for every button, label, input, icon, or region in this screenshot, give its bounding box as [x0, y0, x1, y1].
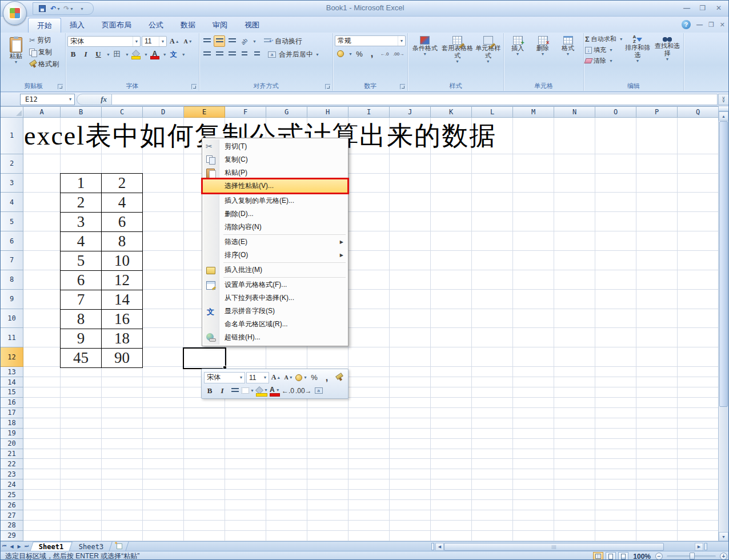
row-header[interactable]: 26 — [1, 500, 23, 510]
row-header[interactable]: 23 — [1, 469, 23, 479]
sheet-row[interactable] — [23, 521, 719, 531]
ribbon-tab[interactable]: 数据 — [172, 18, 204, 33]
cell-column-c[interactable]: 10 — [102, 251, 143, 271]
sheet-row[interactable] — [23, 479, 719, 490]
sheet-row[interactable] — [23, 398, 719, 408]
mini-font-color-button[interactable]: ▼ — [269, 385, 281, 397]
scroll-up-button[interactable]: ▲ — [719, 111, 728, 121]
row-header[interactable]: 11 — [1, 328, 23, 347]
context-menu-item[interactable]: 排序(O) — [203, 249, 347, 262]
column-header[interactable]: B — [61, 106, 102, 118]
mini-format-painter-button[interactable] — [334, 372, 345, 383]
horizontal-scroll-track[interactable] — [664, 543, 695, 551]
normal-view-button[interactable] — [593, 552, 603, 560]
row-header[interactable]: 6 — [1, 231, 23, 251]
previous-sheet-button[interactable]: ◀ — [8, 542, 15, 551]
ribbon-tab[interactable]: 插入 — [61, 18, 93, 33]
sheet-row[interactable] — [23, 429, 719, 439]
comma-style-button[interactable] — [366, 48, 378, 59]
workbook-close-button[interactable]: ✕ — [720, 21, 725, 29]
row-header[interactable]: 8 — [1, 270, 23, 290]
underline-button[interactable] — [93, 49, 104, 60]
italic-button[interactable] — [80, 49, 91, 60]
column-header[interactable]: M — [513, 106, 554, 118]
delete-cells-button[interactable]: × 删除▼ — [530, 34, 555, 82]
grow-font-button[interactable]: A▲ — [168, 35, 181, 47]
row-header[interactable]: 15 — [1, 387, 23, 398]
vertical-scrollbar[interactable]: ▲ ▼ — [718, 106, 728, 541]
mini-shrink-font-button[interactable]: A▼ — [283, 372, 294, 383]
context-menu-item[interactable]: 粘贴(P) — [203, 166, 347, 179]
horizontal-scrollbar[interactable]: ◀ ▶ — [430, 542, 709, 551]
row-header[interactable]: 27 — [1, 510, 23, 521]
font-name-select[interactable]: 宋体 — [67, 36, 141, 47]
office-button[interactable] — [3, 1, 27, 25]
scroll-right-button[interactable]: ▶ — [695, 543, 703, 551]
row-header[interactable]: 24 — [1, 479, 23, 490]
sheet-tab[interactable]: Sheet1 — [30, 542, 73, 551]
format-cells-button[interactable]: 格式▼ — [555, 34, 580, 82]
borders-button[interactable] — [111, 49, 123, 60]
merge-center-button[interactable] — [266, 49, 278, 60]
tab-split-handle[interactable] — [431, 543, 434, 550]
align-middle-button[interactable] — [214, 35, 225, 47]
row-header[interactable]: 9 — [1, 290, 23, 309]
column-header[interactable]: G — [266, 106, 307, 118]
formula-bar-expand-icon[interactable]: ∨∨ — [718, 94, 729, 105]
vertical-scroll-track[interactable] — [719, 407, 728, 532]
mini-percent-button[interactable] — [309, 372, 320, 383]
formula-input[interactable] — [112, 94, 718, 105]
dialog-launcher-icon[interactable] — [325, 84, 330, 89]
mini-merge-center-button[interactable] — [313, 385, 325, 397]
find-select-button[interactable]: 查找和选择▼ — [654, 35, 681, 63]
context-menu-item[interactable]: 剪切(T) — [203, 140, 347, 153]
align-bottom-button[interactable] — [226, 35, 238, 47]
mini-grow-font-button[interactable]: A▲ — [270, 372, 282, 383]
sheet-row[interactable] — [23, 418, 719, 429]
vertical-scroll-thumb[interactable] — [719, 121, 728, 407]
mini-decrease-decimal-button[interactable]: .00→ — [295, 385, 312, 397]
row-header[interactable]: 1 — [1, 118, 23, 154]
column-header[interactable]: I — [349, 106, 390, 118]
row-header[interactable]: 18 — [1, 418, 23, 429]
paste-button[interactable]: 粘贴 ▼ — [4, 35, 28, 77]
dialog-launcher-icon[interactable] — [58, 84, 63, 89]
cell-column-b[interactable]: 3 — [61, 213, 102, 232]
format-painter-button[interactable]: 格式刷 — [29, 59, 59, 70]
sheet-row[interactable] — [23, 531, 719, 541]
cell-column-b[interactable]: 8 — [61, 310, 102, 329]
cell-grid[interactable]: excel表中如何复制公式计算出来的数据 1 2 2 4 3 6 4 8 — [23, 118, 719, 541]
align-center-button[interactable] — [214, 49, 225, 60]
row-header[interactable]: 29 — [1, 531, 23, 541]
sheet-tab[interactable]: Sheet3 — [71, 542, 113, 551]
ribbon-tab[interactable]: 视图 — [236, 18, 268, 33]
cell-column-c[interactable]: 90 — [102, 349, 143, 368]
zoom-in-button[interactable]: + — [720, 553, 727, 560]
insert-function-button[interactable]: fx — [101, 95, 107, 104]
wrap-text-button[interactable] — [262, 35, 274, 47]
column-header[interactable]: P — [636, 106, 678, 118]
context-menu-item[interactable]: 删除(D)... — [203, 207, 347, 221]
ribbon-tab[interactable]: 开始 — [28, 18, 61, 33]
ribbon-tab[interactable]: 页面布局 — [93, 18, 140, 33]
ribbon-tab[interactable]: 公式 — [140, 18, 172, 33]
cell-column-b[interactable]: 1 — [61, 174, 102, 193]
first-sheet-button[interactable]: ⏮ — [1, 542, 8, 551]
selected-cell-outline[interactable] — [183, 347, 226, 369]
percent-style-button[interactable] — [354, 48, 365, 59]
zoom-slider-thumb[interactable] — [690, 553, 695, 559]
column-header[interactable]: O — [595, 106, 636, 118]
dialog-launcher-icon[interactable] — [191, 84, 197, 89]
cell-column-b[interactable]: 45 — [61, 349, 102, 368]
cell-column-c[interactable]: 6 — [102, 213, 143, 232]
row-header[interactable]: 22 — [1, 459, 23, 469]
row-header[interactable]: 12 — [1, 347, 23, 367]
accounting-format-button[interactable] — [335, 48, 346, 59]
sheet-row[interactable] — [23, 408, 719, 418]
zoom-slider-track[interactable] — [667, 555, 716, 557]
chevron-down-icon[interactable]: ▼ — [66, 97, 74, 102]
context-menu-item[interactable]: 清除内容(N) — [203, 221, 347, 234]
align-left-button[interactable] — [201, 49, 213, 60]
context-menu-item[interactable]: 命名单元格区域(R)... — [203, 318, 347, 331]
row-header[interactable]: 21 — [1, 449, 23, 459]
